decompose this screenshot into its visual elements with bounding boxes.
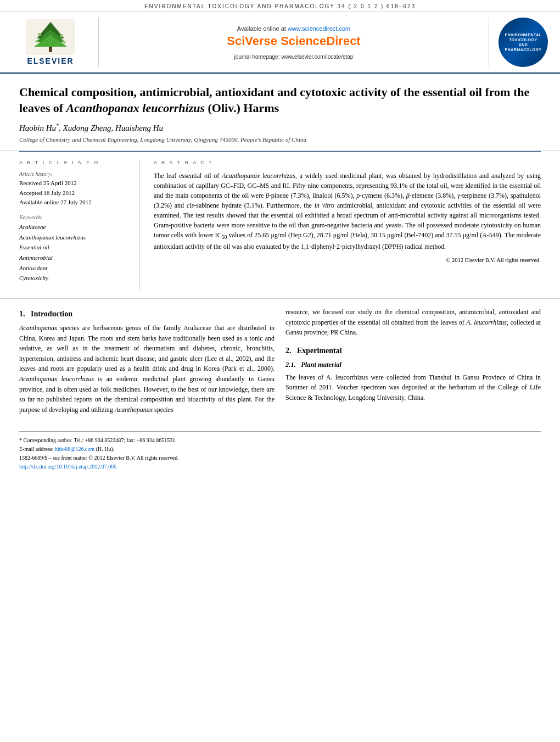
svg-point-8: [63, 41, 66, 44]
experimental-title: 2. Experimental: [285, 347, 541, 355]
history-label: Article history:: [19, 171, 128, 177]
available-online-text: Available online at www.sciencedirect.co…: [237, 25, 350, 32]
page: Environmental Toxicology and Pharmacolog…: [0, 0, 560, 742]
keyword-1: Araliaceae: [19, 222, 128, 232]
journal-badge-area: ENVIRONMENTALTOXICOLOGYANDPHARMACOLOGY: [489, 18, 549, 67]
keywords-group: Keywords: Araliaceae Acanthopanax leucor…: [19, 214, 128, 283]
header-area: ELSEVIER Available online at www.science…: [0, 12, 560, 74]
elsevier-logo: ELSEVIER: [26, 19, 75, 65]
article-authors: Haobin Hu*, Xudong Zheng, Huaisheng Hu: [19, 122, 541, 133]
journal-header-text: Environmental Toxicology and Pharmacolog…: [144, 3, 416, 9]
elsevier-logo-area: ELSEVIER: [11, 18, 99, 67]
sciencedirect-link[interactable]: www.sciencedirect.com: [288, 25, 350, 32]
keyword-2: Acanthopanax leucorrhizus: [19, 232, 128, 243]
article-main-title: Chemical composition, antimicrobial, ant…: [19, 85, 541, 116]
article-title-section: Chemical composition, antimicrobial, ant…: [0, 74, 560, 151]
article-affiliation: College of Chemistry and Chemical Engine…: [19, 136, 541, 143]
journal-homepage: journal homepage: www.elsevier.com/locat…: [234, 54, 354, 60]
journal-badge-text: ENVIRONMENTALTOXICOLOGYANDPHARMACOLOGY: [505, 32, 541, 52]
corresponding-author-note: * Corresponding author. Tel.: +86 934 85…: [19, 436, 541, 445]
email-note: E-mail address: hhb-88@126.com (H. Hu).: [19, 445, 541, 454]
footnotes-section: * Corresponding author. Tel.: +86 934 85…: [0, 436, 560, 479]
journal-top-bar: Environmental Toxicology and Pharmacolog…: [0, 0, 560, 12]
article-history-group: Article history: Received 25 April 2012 …: [19, 171, 128, 208]
journal-badge: ENVIRONMENTALTOXICOLOGYANDPHARMACOLOGY: [499, 18, 548, 67]
sciverse-title: SciVerse ScienceDirect: [227, 34, 360, 48]
email-link[interactable]: hhb-88@126.com: [55, 446, 94, 452]
plant-material-title: 2.1. Plant material: [285, 361, 541, 369]
email-recipient: (H. Hu).: [96, 446, 115, 452]
svg-point-7: [36, 40, 38, 43]
svg-point-6: [60, 34, 63, 37]
keyword-3: Essential oil: [19, 242, 128, 253]
keyword-5: Antioxidant: [19, 263, 128, 274]
introduction-title: 1. Introduction: [19, 310, 275, 319]
abstract-column: A B S T R A C T The leaf essential oil o…: [151, 160, 541, 290]
article-info-header: A R T I C L E I N F O: [19, 160, 128, 165]
article-dates: Received 25 April 2012 Accepted 16 July …: [19, 178, 128, 208]
issn-note: 1382-6689/$ – see front matter © 2012 El…: [19, 454, 541, 462]
abstract-text: The leaf essential oil of Acanthopanax l…: [154, 171, 541, 251]
introduction-text: Acanthopanax species are herbaceous genu…: [19, 323, 275, 415]
doi-url[interactable]: http://dx.doi.org/10.1016/j.etap.2012.07…: [19, 464, 116, 470]
received-date: Received 25 April 2012: [19, 178, 128, 188]
abstract-header: A B S T R A C T: [154, 160, 541, 165]
accepted-date: Accepted 16 July 2012: [19, 188, 128, 198]
keywords-list: Araliaceae Acanthopanax leucorrhizus Ess…: [19, 222, 128, 283]
keyword-6: Cytotoxicity: [19, 273, 128, 283]
elsevier-tree-icon: [26, 19, 75, 55]
body-left-column: 1. Introduction Acanthopanax species are…: [19, 307, 275, 415]
plant-material-text: The leaves of A. leucorrhizus were colle…: [285, 372, 541, 403]
keywords-label: Keywords:: [19, 214, 128, 220]
article-info-column: A R T I C L E I N F O Article history: R…: [19, 160, 140, 290]
body-right-column: resource, we focused our study on the ch…: [285, 307, 541, 415]
keyword-4: Antimicrobial: [19, 253, 128, 263]
body-section: 1. Introduction Acanthopanax species are…: [0, 299, 560, 423]
copyright-text: © 2012 Elsevier B.V. All rights reserved…: [154, 257, 541, 263]
article-info-abstract-section: A R T I C L E I N F O Article history: R…: [0, 152, 560, 299]
elsevier-label: ELSEVIER: [27, 57, 74, 65]
intro-continuation-text: resource, we focused our study on the ch…: [285, 307, 541, 338]
email-label: E-mail address:: [19, 446, 53, 452]
available-online-date: Available online 27 July 2012: [19, 198, 128, 208]
doi-link: http://dx.doi.org/10.1016/j.etap.2012.07…: [19, 462, 541, 471]
footnote-divider: [19, 431, 541, 432]
svg-point-5: [38, 33, 41, 36]
header-center: Available online at www.sciencedirect.co…: [99, 18, 489, 67]
